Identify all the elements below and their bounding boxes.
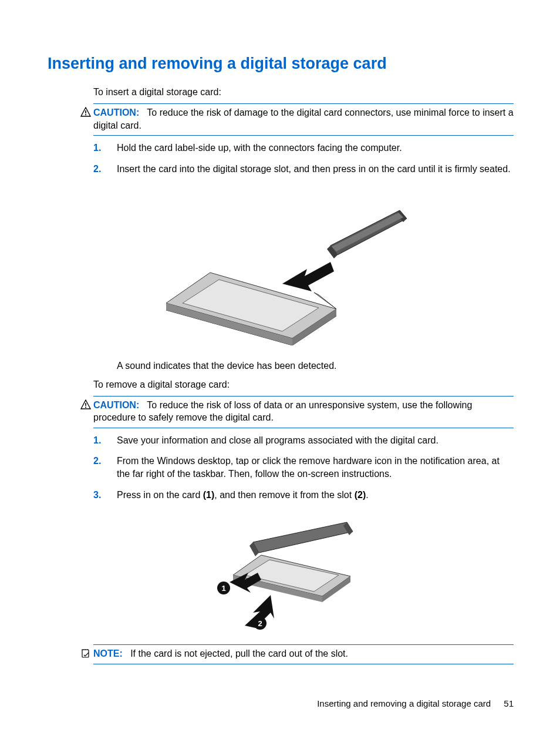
svg-point-16	[85, 406, 86, 408]
list-item: 2. Insert the card into the digital stor…	[93, 163, 514, 184]
caution-icon	[80, 107, 91, 117]
document-page: Inserting and removing a digital storage…	[0, 0, 560, 746]
note-callout: NOTE: If the card is not ejected, pull t…	[80, 644, 514, 664]
caution-callout: CAUTION: To reduce the risk of loss of d…	[80, 396, 514, 428]
list-item: 2. From the Windows desktop, tap or clic…	[93, 455, 514, 488]
page-heading: Inserting and removing a digital storage…	[48, 53, 514, 74]
list-item: 3. Press in on the card (1), and then re…	[93, 489, 514, 510]
caution-label: CAUTION:	[93, 400, 139, 410]
svg-point-2	[85, 114, 86, 115]
page-footer: Inserting and removing a digital storage…	[0, 698, 560, 710]
step-text: Insert the card into the digital storage…	[117, 164, 511, 174]
insert-illustration	[154, 193, 407, 345]
remove-illustration: 1 2	[201, 519, 360, 630]
caution-icon	[80, 399, 91, 410]
list-item: 1. Hold the card label-side up, with the…	[93, 142, 514, 163]
step-ref-2: (2)	[355, 490, 366, 500]
svg-text:2: 2	[258, 619, 262, 628]
step-ref-1: (1)	[203, 490, 215, 500]
caution-text: To reduce the risk of damage to the digi…	[93, 107, 514, 130]
step-number: 1.	[93, 142, 101, 154]
svg-text:1: 1	[221, 584, 225, 593]
note-label: NOTE:	[93, 648, 123, 658]
step-number: 2.	[93, 163, 101, 176]
step-number: 1.	[93, 434, 101, 447]
step-text: Hold the card label-side up, with the co…	[117, 143, 402, 153]
svg-marker-17	[253, 522, 353, 553]
step-text: Save your information and close all prog…	[117, 435, 438, 445]
caution-label: CAUTION:	[93, 107, 139, 117]
step-text-part: , and then remove it from the slot	[214, 490, 354, 500]
step-text-part: .	[366, 490, 368, 500]
caution-text: To reduce the risk of loss of data or an…	[93, 400, 472, 423]
step-number: 3.	[93, 489, 101, 502]
step-text: From the Windows desktop, tap or click t…	[117, 456, 500, 479]
remove-steps: 1. Save your information and close all p…	[93, 434, 514, 509]
list-item: 1. Save your information and close all p…	[93, 434, 514, 455]
remove-intro: To remove a digital storage card:	[93, 378, 514, 391]
footer-page-number: 51	[504, 698, 514, 708]
step-number: 2.	[93, 455, 101, 468]
step-text-part: Press in on the card	[117, 490, 203, 500]
insert-steps: 1. Hold the card label-side up, with the…	[93, 142, 514, 183]
note-text: If the card is not ejected, pull the car…	[130, 648, 348, 658]
svg-marker-9	[282, 262, 334, 291]
detected-text: A sound indicates that the device has be…	[117, 359, 514, 372]
note-icon	[80, 648, 91, 658]
caution-callout: CAUTION: To reduce the risk of damage to…	[80, 103, 514, 136]
footer-title: Inserting and removing a digital storage…	[317, 698, 491, 708]
insert-intro: To insert a digital storage card:	[93, 86, 514, 99]
svg-marker-13	[332, 213, 403, 251]
